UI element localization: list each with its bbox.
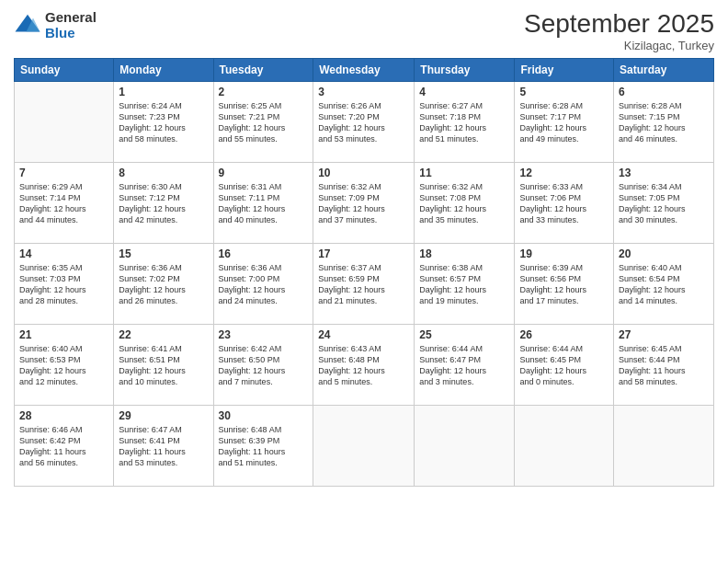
- cell-line: and 42 minutes.: [119, 214, 208, 225]
- cell-line: Sunrise: 6:43 AM: [318, 343, 409, 354]
- cell-line: and 28 minutes.: [19, 295, 108, 306]
- cell-line: Daylight: 12 hours: [519, 284, 609, 295]
- cell-line: Sunset: 7:03 PM: [19, 273, 108, 284]
- cell-line: Sunrise: 6:32 AM: [419, 181, 509, 192]
- cell-line: and 53 minutes.: [119, 457, 208, 468]
- day-number: 3: [318, 86, 409, 98]
- cell-line: Sunrise: 6:48 AM: [219, 424, 309, 435]
- day-number: 12: [519, 167, 609, 179]
- calendar-cell: 8Sunrise: 6:30 AMSunset: 7:12 PMDaylight…: [114, 163, 213, 244]
- calendar-cell: 12Sunrise: 6:33 AMSunset: 7:06 PMDayligh…: [515, 163, 614, 244]
- cell-line: Sunset: 7:00 PM: [219, 273, 309, 284]
- day-number: 16: [219, 247, 309, 260]
- cell-line: Sunrise: 6:29 AM: [19, 181, 108, 192]
- day-number: 6: [619, 86, 709, 98]
- day-number: 7: [19, 167, 108, 179]
- cell-line: and 44 minutes.: [19, 214, 108, 225]
- cell-line: and 7 minutes.: [219, 376, 309, 387]
- calendar-cell: 15Sunrise: 6:36 AMSunset: 7:02 PMDayligh…: [114, 244, 213, 325]
- cell-line: Sunset: 7:21 PM: [219, 111, 309, 122]
- day-number: 29: [119, 409, 208, 422]
- logo-blue: Blue: [45, 25, 97, 40]
- calendar-cell: 2Sunrise: 6:25 AMSunset: 7:21 PMDaylight…: [213, 82, 313, 163]
- cell-line: Sunset: 6:57 PM: [419, 273, 509, 284]
- cell-line: Daylight: 11 hours: [219, 446, 309, 457]
- month-title: September 2025: [524, 9, 714, 39]
- calendar-cell: [15, 82, 114, 163]
- cell-line: Sunrise: 6:24 AM: [119, 100, 208, 111]
- day-number: 20: [619, 247, 709, 260]
- calendar-cell: 29Sunrise: 6:47 AMSunset: 6:41 PMDayligh…: [114, 406, 213, 487]
- calendar-week-1: 1Sunrise: 6:24 AMSunset: 7:23 PMDaylight…: [15, 82, 714, 163]
- calendar-cell: 17Sunrise: 6:37 AMSunset: 6:59 PMDayligh…: [313, 244, 415, 325]
- cell-line: and 55 minutes.: [219, 133, 309, 144]
- calendar-cell: 26Sunrise: 6:44 AMSunset: 6:45 PMDayligh…: [515, 325, 614, 406]
- cell-line: Sunrise: 6:42 AM: [219, 343, 309, 354]
- cell-line: Daylight: 12 hours: [119, 122, 208, 133]
- logo-text: General Blue: [45, 9, 97, 40]
- cell-line: Daylight: 12 hours: [19, 284, 108, 295]
- cell-line: and 33 minutes.: [519, 214, 609, 225]
- day-number: 19: [519, 247, 609, 260]
- cell-line: and 21 minutes.: [318, 295, 409, 306]
- cell-line: and 26 minutes.: [119, 295, 208, 306]
- cell-line: Sunset: 6:41 PM: [119, 435, 208, 446]
- cell-line: Sunset: 7:20 PM: [318, 111, 409, 122]
- calendar-cell: 24Sunrise: 6:43 AMSunset: 6:48 PMDayligh…: [313, 325, 415, 406]
- cell-line: Daylight: 12 hours: [419, 122, 509, 133]
- day-number: 10: [318, 167, 409, 179]
- cell-line: Sunset: 7:02 PM: [119, 273, 208, 284]
- cell-line: Sunset: 7:15 PM: [619, 111, 709, 122]
- calendar-week-3: 14Sunrise: 6:35 AMSunset: 7:03 PMDayligh…: [15, 244, 714, 325]
- cell-line: Daylight: 12 hours: [119, 284, 208, 295]
- cell-line: Daylight: 12 hours: [219, 284, 309, 295]
- cell-line: Daylight: 12 hours: [318, 122, 409, 133]
- cell-line: and 49 minutes.: [519, 133, 609, 144]
- cell-line: Daylight: 12 hours: [19, 203, 108, 214]
- day-number: 22: [119, 328, 208, 341]
- cell-line: Sunrise: 6:27 AM: [419, 100, 509, 111]
- cell-line: Sunrise: 6:37 AM: [318, 262, 409, 273]
- cell-line: Sunrise: 6:34 AM: [619, 181, 709, 192]
- day-number: 11: [419, 167, 509, 179]
- day-number: 2: [219, 86, 309, 98]
- cell-line: and 24 minutes.: [219, 295, 309, 306]
- calendar-cell: 19Sunrise: 6:39 AMSunset: 6:56 PMDayligh…: [515, 244, 614, 325]
- calendar-cell: 3Sunrise: 6:26 AMSunset: 7:20 PMDaylight…: [313, 82, 415, 163]
- cell-line: Sunrise: 6:32 AM: [318, 181, 409, 192]
- cell-line: Sunset: 7:12 PM: [119, 192, 208, 203]
- calendar-cell: 27Sunrise: 6:45 AMSunset: 6:44 PMDayligh…: [614, 325, 714, 406]
- cell-line: Sunrise: 6:47 AM: [119, 424, 208, 435]
- cell-line: Sunrise: 6:39 AM: [519, 262, 609, 273]
- day-number: 4: [419, 86, 509, 98]
- calendar-cell: 22Sunrise: 6:41 AMSunset: 6:51 PMDayligh…: [114, 325, 213, 406]
- cell-line: Sunset: 7:06 PM: [519, 192, 609, 203]
- cell-line: and 0 minutes.: [519, 376, 609, 387]
- day-number: 26: [519, 328, 609, 341]
- cell-line: Sunrise: 6:35 AM: [19, 262, 108, 273]
- cell-line: and 40 minutes.: [219, 214, 309, 225]
- cell-line: Sunset: 7:08 PM: [419, 192, 509, 203]
- cell-line: Sunset: 7:23 PM: [119, 111, 208, 122]
- calendar-week-2: 7Sunrise: 6:29 AMSunset: 7:14 PMDaylight…: [15, 163, 714, 244]
- cell-line: Daylight: 11 hours: [619, 365, 709, 376]
- cell-line: Sunrise: 6:36 AM: [219, 262, 309, 273]
- cell-line: Sunrise: 6:46 AM: [19, 424, 108, 435]
- cell-line: Daylight: 12 hours: [219, 122, 309, 133]
- cell-line: Sunset: 6:59 PM: [318, 273, 409, 284]
- cell-line: Daylight: 11 hours: [19, 446, 108, 457]
- cell-line: Sunrise: 6:28 AM: [519, 100, 609, 111]
- calendar-cell: 11Sunrise: 6:32 AMSunset: 7:08 PMDayligh…: [415, 163, 515, 244]
- cell-line: Sunset: 7:05 PM: [619, 192, 709, 203]
- logo-general: General: [45, 9, 97, 25]
- cell-line: Daylight: 12 hours: [219, 203, 309, 214]
- calendar-cell: 18Sunrise: 6:38 AMSunset: 6:57 PMDayligh…: [415, 244, 515, 325]
- cell-line: Sunset: 7:14 PM: [19, 192, 108, 203]
- cell-line: Sunrise: 6:33 AM: [519, 181, 609, 192]
- calendar-cell: 13Sunrise: 6:34 AMSunset: 7:05 PMDayligh…: [614, 163, 714, 244]
- calendar-cell: 21Sunrise: 6:40 AMSunset: 6:53 PMDayligh…: [15, 325, 114, 406]
- cell-line: Sunrise: 6:41 AM: [119, 343, 208, 354]
- day-number: 8: [119, 167, 208, 179]
- col-tuesday: Tuesday: [213, 59, 313, 82]
- calendar-cell: [614, 406, 714, 487]
